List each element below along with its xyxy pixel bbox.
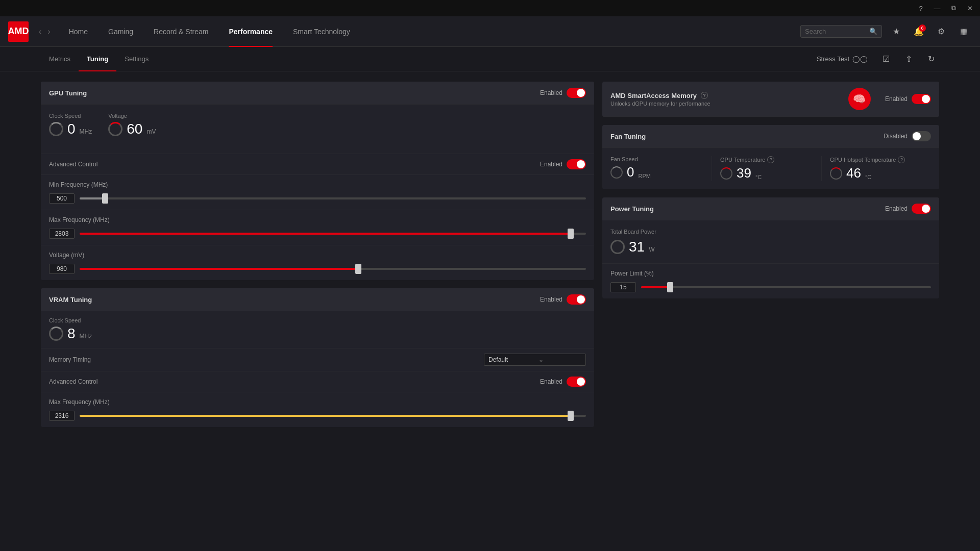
- nav-home[interactable]: Home: [59, 16, 98, 47]
- refresh-btn[interactable]: ↻: [923, 51, 939, 67]
- back-btn[interactable]: ‹: [37, 25, 43, 38]
- power-limit-thumb[interactable]: [667, 282, 673, 292]
- gpu-temp-help-icon[interactable]: ?: [767, 156, 774, 163]
- minimize-btn[interactable]: —: [931, 2, 943, 14]
- max-freq-thumb[interactable]: [568, 229, 574, 239]
- smart-access-header: AMD SmartAccess Memory ? Unlocks dGPU me…: [602, 82, 939, 117]
- power-gauge: [610, 240, 625, 254]
- smart-enabled-toggle[interactable]: [912, 94, 931, 104]
- export-btn[interactable]: ⇧: [900, 51, 917, 67]
- vram-advanced-toggle[interactable]: [567, 377, 586, 387]
- voltage-value: 60: [127, 121, 142, 137]
- layout-btn[interactable]: ▦: [955, 23, 972, 40]
- tab-settings[interactable]: Settings: [116, 47, 157, 71]
- right-column: AMD SmartAccess Memory ? Unlocks dGPU me…: [602, 82, 939, 541]
- memory-timing-select[interactable]: Default ⌄: [484, 354, 586, 366]
- nav-performance[interactable]: Performance: [218, 16, 283, 47]
- min-freq-slider-row: 500: [49, 193, 586, 204]
- power-limit-track[interactable]: [641, 286, 931, 288]
- min-freq-track[interactable]: [80, 197, 586, 199]
- gpu-temp-unit: °C: [755, 174, 762, 180]
- memory-timing-row: Memory Timing Default ⌄: [41, 348, 594, 371]
- voltage-mv-thumb[interactable]: [355, 264, 361, 274]
- vram-clock-body: Clock Speed 8 MHz: [41, 311, 594, 348]
- settings-btn[interactable]: ⚙: [933, 23, 949, 40]
- advanced-control-row: Advanced Control Enabled: [41, 154, 594, 174]
- gpu-temp-item: GPU Temperature ? 39 °C: [720, 156, 822, 181]
- gpu-enabled-toggle-wrap: Enabled: [540, 88, 586, 98]
- voltage-label: Voltage: [108, 113, 156, 119]
- voltage-mv-track[interactable]: [80, 268, 586, 270]
- tab-metrics[interactable]: Metrics: [41, 47, 79, 71]
- clock-speed-metric: Clock Speed 0 MHz: [49, 113, 92, 137]
- vram-max-freq-thumb[interactable]: [568, 411, 574, 421]
- max-freq-track[interactable]: [80, 233, 586, 235]
- smart-help-icon[interactable]: ?: [701, 92, 708, 99]
- voltage-mv-value: 980: [49, 264, 75, 274]
- fan-tuning-header: Fan Tuning Disabled: [602, 125, 939, 148]
- vram-advanced-toggle-wrap: Enabled: [540, 377, 586, 387]
- hotspot-temp-unit: °C: [865, 174, 871, 180]
- close-btn[interactable]: ✕: [964, 2, 976, 14]
- notif-badge: 6: [919, 24, 926, 32]
- max-freq-section: Max Frequency (MHz) 2803: [41, 210, 594, 245]
- max-freq-value: 2803: [49, 229, 75, 239]
- clock-value: 0: [67, 121, 76, 137]
- gpu-temp-value-row: 39 °C: [720, 165, 813, 181]
- sub-nav: Metrics Tuning Settings Stress Test ◯◯ ☑…: [0, 47, 980, 71]
- tab-tuning[interactable]: Tuning: [79, 47, 116, 71]
- vram-max-freq-label: Max Frequency (MHz): [49, 398, 586, 406]
- help-btn[interactable]: ?: [915, 2, 927, 14]
- fan-speed-unit: RPM: [638, 173, 650, 179]
- gpu-metrics-row: Clock Speed 0 MHz Voltage 60 mV: [49, 113, 586, 137]
- vram-max-freq-fill: [80, 415, 571, 417]
- stress-test-btn[interactable]: Stress Test ◯◯: [813, 53, 872, 65]
- nav-gaming[interactable]: Gaming: [98, 16, 143, 47]
- favorites-btn[interactable]: ★: [888, 23, 904, 40]
- amd-logo: AMD: [8, 21, 29, 42]
- voltage-gauge-icon: [108, 122, 122, 136]
- checkmark-btn[interactable]: ☑: [878, 51, 894, 67]
- smart-title-block: AMD SmartAccess Memory ? Unlocks dGPU me…: [610, 92, 842, 107]
- vram-advanced-label: Advanced Control: [49, 378, 110, 385]
- left-column: GPU Tuning Enabled Clock Speed 0: [41, 82, 594, 541]
- min-freq-label: Min Frequency (MHz): [49, 181, 586, 188]
- advanced-control-label: Advanced Control: [49, 161, 110, 168]
- search-icon: 🔍: [869, 28, 877, 35]
- fan-enabled-toggle[interactable]: [912, 131, 931, 141]
- fan-disabled-label: Disabled: [884, 133, 908, 140]
- min-freq-value: 500: [49, 193, 75, 204]
- memory-timing-chevron: ⌄: [538, 356, 544, 363]
- forward-btn[interactable]: ›: [45, 25, 52, 38]
- smart-enabled-toggle-wrap: Enabled: [885, 94, 931, 104]
- power-limit-section: Power Limit (%) 15: [602, 263, 939, 298]
- voltage-mv-label: Voltage (mV): [49, 252, 586, 259]
- gpu-tuning-title: GPU Tuning: [49, 89, 87, 97]
- search-box[interactable]: 🔍: [800, 25, 882, 38]
- gpu-enabled-label: Enabled: [540, 89, 562, 96]
- fan-speed-gauge: [610, 166, 623, 179]
- gpu-tuning-card: GPU Tuning Enabled Clock Speed 0: [41, 82, 594, 280]
- max-freq-slider-row: 2803: [49, 229, 586, 239]
- power-value: 31: [629, 239, 645, 255]
- vram-enabled-label: Enabled: [540, 296, 562, 303]
- vram-max-freq-track[interactable]: [80, 415, 586, 417]
- notifications-btn[interactable]: 🔔 6: [911, 23, 927, 40]
- advanced-control-toggle[interactable]: [567, 159, 586, 169]
- power-enabled-toggle[interactable]: [912, 204, 931, 214]
- vram-enabled-toggle[interactable]: [567, 294, 586, 305]
- power-enabled-label: Enabled: [885, 205, 908, 212]
- search-input[interactable]: [805, 28, 866, 35]
- hotspot-help-icon[interactable]: ?: [898, 156, 905, 163]
- fan-readings: Fan Speed 0 RPM GPU Temperature ?: [602, 148, 939, 189]
- gpu-enabled-toggle[interactable]: [567, 88, 586, 98]
- gpu-temp-gauge: [720, 167, 732, 180]
- nav-smart-technology[interactable]: Smart Technology: [283, 16, 360, 47]
- power-tuning-card: Power Tuning Enabled Total Board Power 3…: [602, 197, 939, 298]
- voltage-mv-fill: [80, 268, 358, 270]
- min-freq-thumb[interactable]: [102, 193, 108, 204]
- fan-speed-value-row: 0 RPM: [610, 164, 703, 180]
- maximize-btn[interactable]: ⧉: [947, 2, 960, 14]
- nav-record-stream[interactable]: Record & Stream: [143, 16, 218, 47]
- vram-clock-value: 8: [67, 325, 76, 342]
